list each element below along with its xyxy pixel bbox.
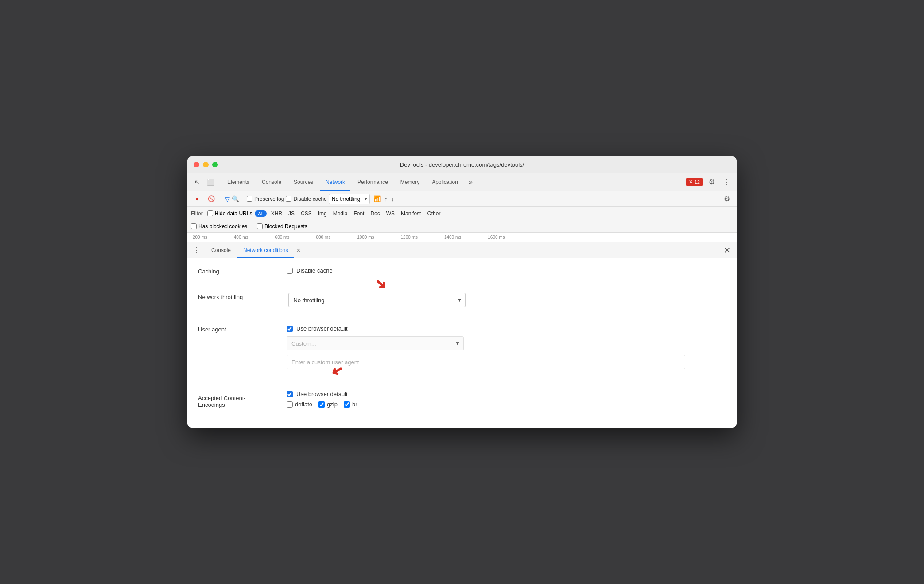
device-toggle-icon[interactable]: ⬜	[204, 176, 217, 188]
has-blocked-cookies-checkbox[interactable]	[191, 223, 197, 229]
clear-button[interactable]: 🚫	[205, 193, 217, 205]
maximize-button[interactable]	[212, 162, 218, 167]
bottom-tab-network-conditions[interactable]: Network conditions	[237, 242, 294, 258]
custom-ua-select-wrapper: Custom... ▼	[287, 336, 464, 350]
hide-data-urls-group: Hide data URLs	[207, 210, 252, 217]
settings-gear-button[interactable]: ⚙	[706, 176, 718, 188]
timeline-bar: 200 ms 400 ms 600 ms 800 ms 1000 ms 1200…	[187, 233, 737, 242]
tab-network[interactable]: Network	[320, 173, 350, 191]
disable-cache-nc-checkbox[interactable]	[287, 268, 293, 274]
filter-manifest[interactable]: Manifest	[399, 210, 423, 217]
tab-application[interactable]: Application	[427, 173, 463, 191]
titlebar: DevTools - developer.chrome.com/tags/dev…	[187, 156, 737, 173]
bottom-tab-console[interactable]: Console	[205, 242, 237, 258]
toolbar-separator-1	[221, 195, 221, 203]
filter-other[interactable]: Other	[425, 210, 442, 217]
bottom-panel-close-button[interactable]: ✕	[721, 244, 733, 257]
upload-icon: ↑	[384, 195, 388, 202]
filter-icon: ▽	[225, 195, 230, 202]
record-button[interactable]: ●	[191, 193, 203, 205]
tab-performance[interactable]: Performance	[352, 173, 393, 191]
error-badge: ✕ 12	[686, 178, 703, 186]
minimize-button[interactable]	[203, 162, 209, 167]
caching-label: Caching	[198, 267, 287, 275]
download-icon: ↓	[391, 195, 394, 202]
more-options-button[interactable]: ⋮	[721, 176, 733, 188]
tab-right-section: ✕ 12 ⚙ ⋮	[686, 176, 733, 188]
nav-icons: ↖ ⬜	[191, 176, 217, 188]
search-icon[interactable]: 🔍	[232, 195, 239, 202]
tab-console[interactable]: Console	[256, 173, 287, 191]
nc-throttle-select[interactable]: No throttling Fast 3G Slow 3G Offline	[288, 293, 466, 307]
timeline-marker-3: 600 ms	[275, 235, 290, 240]
throttle-select[interactable]: No throttling Fast 3G Slow 3G Offline	[329, 194, 370, 204]
use-browser-default-checkbox[interactable]	[287, 326, 293, 332]
window-controls	[194, 162, 218, 167]
devtools-tab-bar: ↖ ⬜ Elements Console Sources Network Per…	[187, 173, 737, 191]
filter-label: Filter	[191, 210, 203, 217]
network-settings-button[interactable]: ⚙	[721, 193, 733, 205]
use-browser-default-enc-checkbox[interactable]	[287, 391, 293, 397]
bottom-tab-nc-group: Network conditions ✕	[237, 242, 301, 258]
filter-xhr[interactable]: XHR	[269, 210, 284, 217]
network-conditions-close-icon[interactable]: ✕	[296, 247, 301, 254]
custom-ua-input[interactable]	[287, 355, 685, 369]
gzip-checkbox-group: gzip	[318, 401, 338, 408]
use-browser-default-enc-group: Use browser default	[287, 391, 726, 397]
caching-content: Disable cache	[287, 267, 726, 274]
filter-row: Filter Hide data URLs All XHR JS CSS Img…	[187, 207, 737, 220]
timeline-marker-5: 1000 ms	[357, 235, 374, 240]
timeline-marker-2: 400 ms	[234, 235, 248, 240]
disable-cache-checkbox-group: Disable cache	[286, 196, 326, 202]
filter-all-chip[interactable]: All	[255, 210, 266, 217]
tab-elements[interactable]: Elements	[222, 173, 255, 191]
bottom-tab-menu-button[interactable]: ⋮	[191, 245, 202, 256]
disable-cache-nc-label: Disable cache	[296, 267, 333, 274]
use-browser-default-enc-label: Use browser default	[296, 391, 348, 397]
filter-doc[interactable]: Doc	[369, 210, 381, 217]
wifi-icon: 📶	[373, 195, 381, 202]
br-checkbox[interactable]	[344, 401, 350, 408]
use-browser-default-label: Use browser default	[296, 325, 348, 332]
close-button[interactable]	[194, 162, 199, 167]
custom-ua-input-wrapper	[287, 355, 685, 369]
blocked-requests-checkbox[interactable]	[257, 223, 263, 229]
nc-throttle-select-wrapper: No throttling Fast 3G Slow 3G Offline ▼	[288, 293, 466, 307]
has-blocked-cookies-group: Has blocked cookies	[191, 223, 247, 230]
tab-memory[interactable]: Memory	[395, 173, 425, 191]
blocked-requests-label: Blocked Requests	[264, 223, 307, 230]
filter-img[interactable]: Img	[316, 210, 329, 217]
timeline-marker-8: 1600 ms	[488, 235, 505, 240]
accepted-encodings-label: Accepted Content- Encodings	[198, 387, 287, 408]
filter-js[interactable]: JS	[287, 210, 296, 217]
accepted-encodings-content: ➜ Use browser default deflate gzip	[287, 387, 726, 408]
preserve-log-checkbox[interactable]	[247, 196, 252, 202]
disable-cache-checkbox[interactable]	[286, 196, 291, 202]
filter-css[interactable]: CSS	[299, 210, 314, 217]
deflate-checkbox[interactable]	[287, 401, 293, 408]
toolbar-icon-group: 📶 ↑ ↓	[373, 195, 394, 202]
accepted-encodings-label-text: Accepted Content- Encodings	[198, 395, 246, 408]
window-title: DevTools - developer.chrome.com/tags/dev…	[400, 161, 524, 168]
br-checkbox-group: br	[344, 401, 357, 408]
hide-data-urls-checkbox[interactable]	[207, 210, 213, 216]
timeline-marker-7: 1400 ms	[444, 235, 461, 240]
toolbar-right: ⚙	[721, 193, 733, 205]
caching-section: Caching Disable cache	[187, 258, 737, 284]
custom-ua-select[interactable]: Custom...	[287, 336, 464, 350]
disable-cache-label: Disable cache	[293, 196, 326, 202]
filter-font[interactable]: Font	[352, 210, 366, 217]
gzip-checkbox[interactable]	[318, 401, 325, 408]
br-label: br	[352, 401, 357, 408]
tab-sources[interactable]: Sources	[288, 173, 318, 191]
encodings-checkboxes-row: deflate gzip br	[287, 401, 726, 408]
hide-data-urls-label: Hide data URLs	[215, 210, 252, 217]
timeline-marker-1: 200 ms	[193, 235, 207, 240]
filter-ws[interactable]: WS	[384, 210, 396, 217]
blocked-requests-group: Blocked Requests	[257, 223, 307, 230]
cursor-icon[interactable]: ↖	[191, 176, 203, 188]
use-browser-default-checkbox-group: Use browser default	[287, 325, 726, 332]
network-conditions-panel: Caching Disable cache Network throttling…	[187, 258, 737, 428]
more-tabs-button[interactable]: »	[465, 178, 476, 186]
filter-media[interactable]: Media	[331, 210, 349, 217]
